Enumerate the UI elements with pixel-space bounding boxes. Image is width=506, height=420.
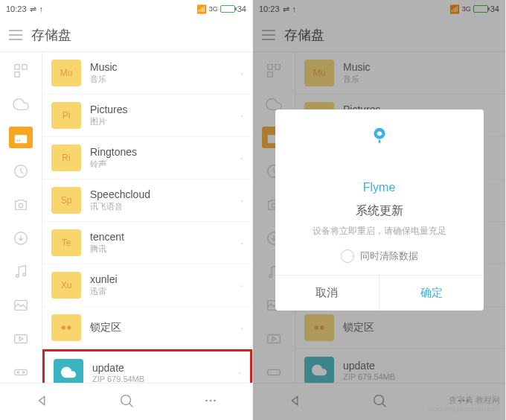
svg-point-10 — [23, 273, 26, 276]
file-name: xunlei — [90, 273, 240, 285]
file-item-locked[interactable]: 锁定区 · — [42, 307, 252, 349]
more-icon[interactable]: · — [240, 194, 243, 206]
status-time: 10:23 — [6, 4, 27, 13]
svg-rect-0 — [15, 64, 19, 69]
file-sub: 铃声 — [90, 159, 240, 170]
more-icon[interactable]: · — [240, 67, 243, 79]
svg-rect-13 — [15, 369, 28, 375]
file-item-xunlei[interactable]: Xu xunlei迅雷 · — [42, 264, 252, 307]
folder-icon: Sp — [51, 187, 81, 214]
svg-point-19 — [205, 399, 208, 401]
watermark: 查字典 教程网 jiaocheng.chazidian.com — [426, 395, 500, 414]
confirm-button[interactable]: 确定 — [379, 276, 484, 311]
page-title: 存储盘 — [31, 26, 71, 44]
file-sub: 图片 — [90, 116, 240, 127]
folder-icon: Xu — [51, 272, 81, 299]
phone-left: 10:23 ⇌ ↑ 📶 3G 34 存储盘 — [0, 0, 253, 420]
svg-point-17 — [67, 325, 71, 330]
file-item-ringtones[interactable]: Ri Ringtones铃声 · — [42, 137, 252, 179]
checkbox-clear-data[interactable]: 同时清除数据 — [287, 249, 472, 263]
folder-icon: Pi — [51, 102, 81, 129]
dialog-message: 设备将立即重启，请确保电量充足 — [287, 225, 472, 238]
glasses-icon — [51, 314, 81, 341]
file-name: 锁定区 — [90, 321, 240, 334]
sidebar-category-icon[interactable] — [9, 60, 33, 81]
file-item-music[interactable]: Mu Music音乐 · — [42, 52, 252, 95]
file-name: Ringtones — [90, 146, 240, 158]
svg-point-4 — [17, 139, 19, 141]
checkbox-icon[interactable] — [341, 249, 354, 263]
file-item-update[interactable]: updateZIP 679.54MB · — [42, 349, 252, 383]
usb-icon: ⇌ — [30, 4, 36, 14]
signal-icon: 📶 — [196, 4, 207, 14]
svg-point-14 — [17, 371, 19, 373]
file-item-tencent[interactable]: Te tencent腾讯 · — [42, 222, 252, 264]
back-icon[interactable] — [34, 392, 51, 412]
file-item-speechcloud[interactable]: Sp Speechcloud讯飞语音 · — [42, 179, 252, 222]
nav-bar — [0, 383, 252, 420]
checkbox-label: 同时清除数据 — [360, 249, 418, 263]
sidebar-download-icon[interactable] — [9, 227, 33, 249]
file-sub: 讯飞语音 — [90, 201, 240, 212]
svg-rect-3 — [15, 135, 28, 143]
more-icon[interactable] — [202, 392, 219, 412]
dialog-title: 系统更新 — [287, 203, 472, 219]
svg-point-16 — [62, 325, 66, 330]
file-name: tencent — [90, 231, 240, 243]
file-name: Pictures — [90, 104, 240, 115]
sidebar-image-icon[interactable] — [9, 294, 33, 316]
sidebar-cloud-icon[interactable] — [9, 93, 33, 115]
sidebar-video-icon[interactable] — [9, 328, 33, 349]
file-item-pictures[interactable]: Pi Pictures图片 · — [42, 95, 252, 137]
watermark-sub: jiaocheng.chazidian.com — [426, 405, 500, 414]
svg-point-5 — [19, 139, 20, 141]
modal-overlay[interactable]: Flyme 系统更新 设备将立即重启，请确保电量充足 同时清除数据 取消 确定 — [253, 0, 505, 420]
cancel-button[interactable]: 取消 — [275, 276, 380, 311]
sidebar-storage-icon[interactable] — [9, 127, 33, 148]
folder-icon: Te — [51, 229, 81, 256]
flyme-brand: Flyme — [287, 181, 472, 194]
sidebar — [0, 52, 42, 383]
status-bar: 10:23 ⇌ ↑ 📶 3G 34 — [0, 0, 252, 18]
file-name: update — [92, 362, 238, 374]
more-icon[interactable]: · — [240, 109, 243, 121]
folder-icon: Ri — [51, 144, 81, 171]
sidebar-music-icon[interactable] — [9, 261, 33, 282]
more-icon[interactable]: · — [240, 152, 243, 164]
svg-point-21 — [214, 399, 216, 401]
file-name: Music — [90, 61, 240, 73]
file-sub: 腾讯 — [90, 244, 240, 255]
phone-right: 10:23 ⇌ ↑ 📶 3G 34 存储盘 — [253, 0, 506, 420]
file-sub: 音乐 — [90, 74, 240, 85]
sidebar-recent-icon[interactable] — [9, 160, 33, 182]
more-icon[interactable]: · — [240, 237, 243, 249]
svg-point-20 — [209, 399, 211, 401]
svg-point-18 — [121, 395, 130, 404]
sidebar-camera-icon[interactable] — [9, 194, 33, 215]
header: 存储盘 — [0, 18, 252, 52]
svg-point-9 — [16, 274, 19, 277]
flyme-icon — [359, 127, 400, 175]
battery-level: 34 — [237, 4, 246, 13]
file-name: Speechcloud — [90, 188, 240, 200]
file-sub: 迅雷 — [90, 286, 240, 297]
upload-icon: ↑ — [39, 4, 44, 13]
svg-rect-12 — [15, 334, 28, 343]
folder-icon: Mu — [51, 60, 81, 86]
svg-rect-1 — [22, 64, 27, 69]
svg-point-7 — [19, 203, 23, 208]
more-icon[interactable]: · — [240, 322, 243, 334]
more-icon[interactable]: · — [238, 366, 241, 378]
sidebar-vr-icon[interactable] — [9, 361, 33, 383]
cloud-icon — [54, 359, 83, 383]
search-icon[interactable] — [118, 392, 135, 412]
watermark-main: 查字典 教程网 — [426, 395, 500, 405]
file-sub: ZIP 679.54MB — [92, 375, 238, 384]
more-icon[interactable]: · — [240, 279, 243, 291]
svg-rect-2 — [15, 71, 19, 76]
update-dialog: Flyme 系统更新 设备将立即重启，请确保电量充足 同时清除数据 取消 确定 — [275, 109, 484, 311]
network-icon: 3G — [209, 5, 218, 13]
menu-icon[interactable] — [9, 30, 22, 40]
svg-point-15 — [22, 371, 25, 373]
file-list[interactable]: Mu Music音乐 · Pi Pictures图片 · Ri Ringtone… — [42, 52, 252, 383]
